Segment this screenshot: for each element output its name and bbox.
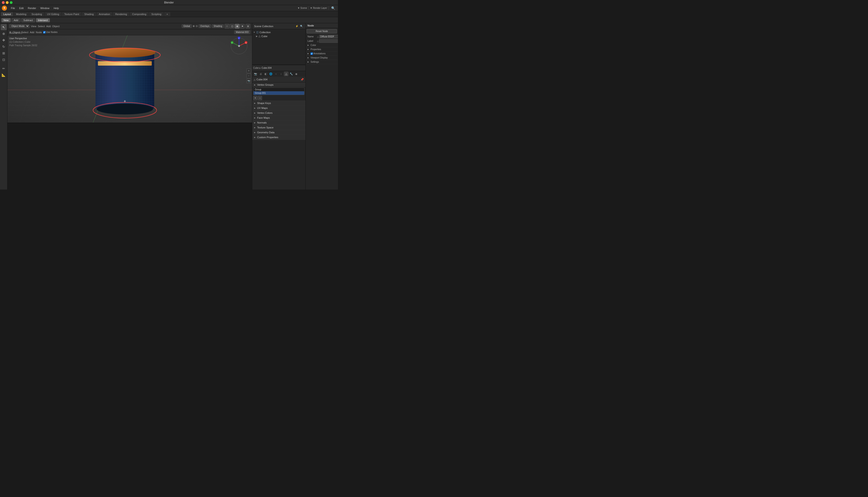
modifier-props-icon[interactable]: 🔧 [289, 72, 294, 76]
pause-render[interactable]: ⏸ [246, 24, 250, 29]
normals-header[interactable]: ▶ Normals [252, 120, 306, 125]
tab-texture-paint[interactable]: Texture Paint [62, 12, 82, 16]
cursor-tool[interactable]: ⊕ [1, 31, 7, 37]
tab-shading[interactable]: Shading [82, 12, 96, 16]
solid-view[interactable]: □ [225, 24, 229, 29]
global-dropdown[interactable]: Global [182, 24, 192, 28]
face-maps-header[interactable]: ▶ Face Maps [252, 115, 306, 120]
select-menu[interactable]: Select [38, 25, 45, 28]
shading-btn[interactable]: Shading [212, 24, 224, 28]
menu-file[interactable]: File [9, 6, 17, 10]
snap-icon[interactable]: ⊕ [193, 25, 195, 28]
viewport-grid [8, 29, 252, 123]
vg-group[interactable]: Group [253, 88, 304, 91]
object-mode-select[interactable]: Object Mode [9, 24, 29, 28]
ts-expand-icon: ▶ [254, 127, 255, 129]
tab-layout[interactable]: Layout [1, 12, 13, 16]
vertex-groups-header[interactable]: ▶ Vertex Groups [252, 83, 306, 87]
material-props-icon[interactable]: ◉ [294, 72, 299, 76]
mesh-icon: △ [259, 34, 261, 38]
color-section[interactable]: ▶ Color [306, 43, 338, 47]
vertex-colors-section: ▶ Vertex Colors [252, 111, 306, 115]
menu-bar: B File Edit Render Window Help ▼ Scene ▼… [0, 5, 338, 11]
annotations-section[interactable]: ▶ Annotations [306, 52, 338, 56]
render-props-icon[interactable]: 📷 [253, 72, 258, 76]
custom-properties-header[interactable]: ▶ Custom Properties [252, 135, 306, 140]
scale-tool[interactable]: ⊞ [1, 50, 7, 56]
rotate-tool[interactable]: ↻ [1, 44, 7, 50]
tab-rendering[interactable]: Rendering [113, 12, 129, 16]
wireframe-view[interactable]: ◫ [230, 24, 234, 29]
object-props-icon[interactable]: ↕ [279, 72, 283, 76]
add-menu[interactable]: Add [46, 25, 51, 28]
label-input[interactable] [319, 39, 338, 43]
output-props-icon[interactable]: 🖨 [258, 72, 263, 76]
mesh-props-icon[interactable]: △ [284, 72, 289, 76]
remove-vg-button[interactable]: − [258, 96, 262, 100]
new-button[interactable]: New [1, 18, 11, 22]
world-props-icon[interactable]: ○ [274, 72, 278, 76]
transform-tool[interactable]: ⊡ [1, 57, 7, 63]
intersect-button[interactable]: Intersect [36, 18, 50, 22]
object-menu[interactable]: Object [52, 25, 60, 28]
minimize-button[interactable] [6, 1, 9, 4]
tab-scripting[interactable]: Scripting [149, 12, 164, 16]
add-button[interactable]: Add [12, 18, 20, 22]
rendered-view[interactable]: ★ [240, 24, 245, 29]
annotations-checkbox[interactable]: Annotations [310, 52, 326, 55]
ne-node[interactable]: Node [36, 31, 42, 34]
filter-icon[interactable]: ⚡ [295, 24, 299, 28]
menu-edit[interactable]: Edit [18, 6, 25, 10]
view-layer-props-icon[interactable]: ◧ [263, 72, 268, 76]
tab-add[interactable]: + [164, 12, 170, 16]
zoom-out[interactable]: − [247, 74, 251, 78]
viewport-display-section[interactable]: ▶ Viewport Display [306, 56, 338, 60]
node-settings-section[interactable]: ▶ Settings [306, 60, 338, 64]
reset-node-button[interactable]: Reset Node [307, 29, 337, 33]
move-tool[interactable]: ✥ [1, 37, 7, 43]
name-input[interactable] [319, 35, 338, 38]
tab-modeling[interactable]: Modeling [14, 12, 29, 16]
overlays-btn[interactable]: Overlays [198, 24, 211, 28]
search-icon[interactable]: 🔍 [299, 24, 304, 28]
settings-label-row: ▶ Settings [308, 61, 336, 63]
scene-props-icon[interactable]: 🌐 [268, 72, 273, 76]
measure-tool[interactable]: 📐 [1, 72, 7, 78]
texture-space-header[interactable]: ▶ Texture Space [252, 125, 306, 130]
shape-keys-header[interactable]: ▶ Shape Keys [252, 101, 306, 105]
vertex-colors-header[interactable]: ▶ Vertex Colors [252, 111, 306, 115]
select-tool[interactable]: ↖ [1, 24, 7, 30]
outliner-item-cube[interactable]: ▶ △ Cube [255, 34, 306, 38]
menu-render[interactable]: Render [26, 6, 38, 10]
tab-animation[interactable]: Animation [97, 12, 113, 16]
subtract-button[interactable]: Subtract [21, 18, 35, 22]
node-properties-section[interactable]: ▶ Properties [306, 47, 338, 52]
proportional-icon[interactable]: ⊙ [196, 25, 198, 28]
geometry-data-header[interactable]: ▶ Geometry Data [252, 130, 306, 135]
tab-compositing[interactable]: Compositing [130, 12, 149, 16]
vg-expand-icon: ▶ [254, 84, 255, 86]
view-menu[interactable]: View [31, 25, 36, 28]
vg-group-001[interactable]: Group.001 [253, 91, 304, 95]
annotate-tool[interactable]: ✏ [1, 66, 7, 72]
pin-icon[interactable]: 📌 [300, 77, 304, 81]
maximize-button[interactable] [10, 1, 13, 4]
navigation-gizmo[interactable]: X Y Z [230, 37, 248, 55]
material-view[interactable]: ◉ [235, 24, 239, 29]
camera-view[interactable]: 📷 [247, 79, 251, 83]
viewport-3d[interactable]: Object Mode View Select Add Object Globa… [8, 23, 252, 123]
material-name[interactable]: Material.003 [234, 30, 250, 34]
tab-uv-editing[interactable]: UV Editing [45, 12, 61, 16]
add-vg-button[interactable]: + [253, 96, 258, 100]
ne-add[interactable]: Add [30, 31, 34, 34]
use-nodes-checkbox[interactable]: Use Nodes [43, 31, 57, 33]
menu-help[interactable]: Help [52, 6, 61, 10]
menu-icon-search[interactable]: 🔍 [330, 5, 336, 11]
zoom-in[interactable]: + [247, 69, 251, 73]
uv-maps-header[interactable]: ▶ UV Maps [252, 106, 306, 110]
close-button[interactable] [2, 1, 5, 4]
menu-window[interactable]: Window [39, 6, 51, 10]
outliner-item-collection[interactable]: ▼ ◫ Collection [252, 30, 306, 34]
tab-sculpting[interactable]: Sculpting [29, 12, 44, 16]
ne-select[interactable]: Select [21, 31, 29, 34]
